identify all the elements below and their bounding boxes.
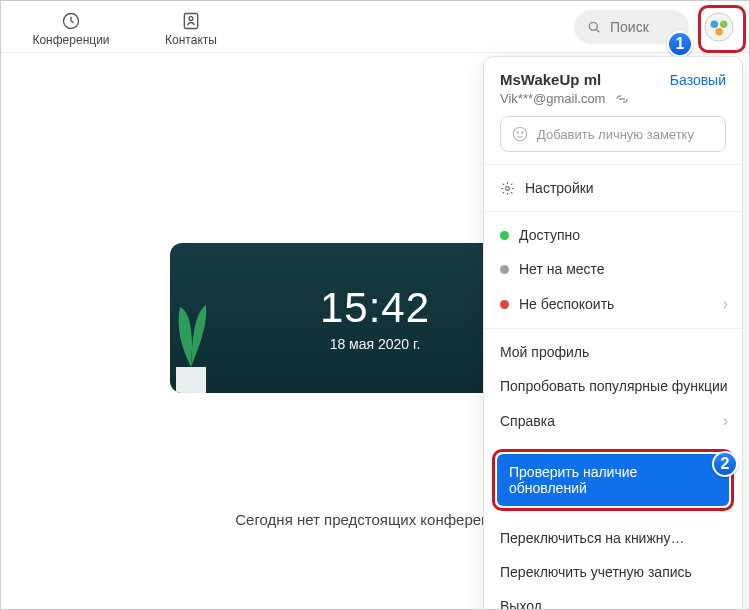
menu-settings[interactable]: Настройки [484, 171, 742, 205]
menu-switch-view[interactable]: Переключиться на книжну… [484, 521, 742, 555]
annotation-badge-1: 1 [667, 31, 693, 57]
status-dot-icon [500, 300, 509, 309]
topbar: Конференции Контакты Поиск [1, 1, 749, 53]
svg-point-5 [711, 20, 719, 28]
svg-rect-8 [176, 367, 206, 393]
tab-label: Контакты [165, 33, 217, 47]
svg-point-2 [189, 16, 193, 20]
smile-icon [511, 125, 529, 143]
menu-label: Мой профиль [500, 344, 589, 360]
annotation-badge-2: 2 [712, 451, 738, 477]
clock-icon [61, 11, 81, 31]
svg-point-12 [517, 132, 518, 133]
chevron-right-icon: › [723, 295, 728, 313]
status-available[interactable]: Доступно [484, 218, 742, 252]
status-label: Не беспокоить [519, 296, 614, 312]
annotation-highlight-2: Проверить наличие обновлений [492, 449, 734, 511]
svg-point-13 [522, 132, 523, 133]
search-icon [586, 19, 602, 35]
menu-help[interactable]: Справка › [484, 403, 742, 439]
profile-header: MsWakeUp ml Базовый Vik***@gmail.com Доб… [484, 71, 742, 165]
status-away[interactable]: Нет на месте [484, 252, 742, 286]
tab-contacts[interactable]: Контакты [131, 7, 251, 47]
avatar-icon [704, 12, 734, 42]
plan-badge[interactable]: Базовый [670, 72, 726, 88]
menu-my-profile[interactable]: Мой профиль [484, 335, 742, 369]
menu-label: Проверить наличие обновлений [509, 464, 637, 496]
contact-icon [181, 11, 201, 31]
menu-label: Попробовать популярные функции [500, 378, 728, 394]
menu-label: Выход [500, 598, 542, 610]
menu-try-features[interactable]: Попробовать популярные функции [484, 369, 742, 403]
menu-label: Переключиться на книжну… [500, 530, 685, 546]
svg-point-4 [705, 12, 733, 40]
tab-conferences[interactable]: Конференции [11, 7, 131, 47]
status-label: Доступно [519, 227, 580, 243]
plant-decoration-icon [170, 287, 216, 393]
menu-switch-account[interactable]: Переключить учетную запись [484, 555, 742, 589]
search-placeholder: Поиск [610, 19, 649, 35]
empty-meetings-label: Сегодня нет предстоящих конференций [235, 483, 514, 540]
svg-point-6 [720, 20, 728, 28]
svg-point-14 [506, 186, 510, 190]
profile-email: Vik***@gmail.com [500, 91, 605, 106]
menu-logout[interactable]: Выход [484, 589, 742, 610]
profile-name: MsWakeUp ml [500, 71, 601, 88]
gear-icon [500, 181, 515, 196]
note-placeholder: Добавить личную заметку [537, 127, 694, 142]
status-dot-icon [500, 231, 509, 240]
personal-note-input[interactable]: Добавить личную заметку [500, 116, 726, 152]
chevron-right-icon: › [723, 412, 728, 430]
link-icon [615, 94, 629, 104]
status-dot-icon [500, 265, 509, 274]
menu-label: Справка [500, 413, 555, 429]
clock-date: 18 мая 2020 г. [330, 336, 421, 352]
svg-point-7 [715, 27, 723, 35]
menu-label: Переключить учетную запись [500, 564, 692, 580]
tab-label: Конференции [32, 33, 109, 47]
status-label: Нет на месте [519, 261, 605, 277]
clock-time: 15:42 [320, 284, 430, 332]
menu-label: Настройки [525, 180, 594, 196]
menu-check-updates[interactable]: Проверить наличие обновлений [497, 454, 729, 506]
profile-dropdown: MsWakeUp ml Базовый Vik***@gmail.com Доб… [483, 56, 743, 610]
profile-avatar-button[interactable] [699, 7, 739, 47]
svg-point-11 [513, 127, 527, 141]
status-dnd[interactable]: Не беспокоить › [484, 286, 742, 322]
svg-point-3 [589, 22, 597, 30]
